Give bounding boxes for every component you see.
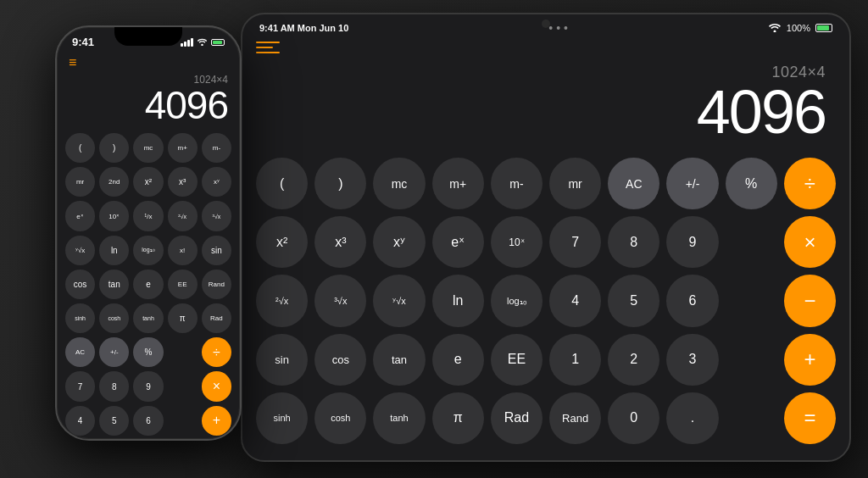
iphone-btn-tan-4-1[interactable]: tan — [99, 270, 129, 299]
ipad-btn-%-0-8[interactable]: % — [726, 158, 777, 209]
iphone-btn-2-9-1[interactable]: 2 — [99, 440, 129, 441]
ipad-btn-+-3-9[interactable]: + — [784, 334, 836, 386]
ipad-btn-log₁₀-2-4[interactable]: log₁₀ — [491, 275, 542, 326]
ipad-btn-4-2-5[interactable]: 4 — [549, 275, 601, 326]
iphone-btn-mc-0-2[interactable]: mc — [133, 133, 163, 163]
iphone-btn-eˣ-2-0[interactable]: eˣ — [65, 201, 95, 231]
iphone-btn-EE-4-3[interactable]: EE — [168, 270, 198, 299]
sidebar-toggle-icon[interactable] — [256, 42, 280, 58]
iphone-toolbar: ≡ — [57, 52, 240, 74]
iphone-btn-(-0-0[interactable]: ( — [65, 133, 95, 163]
ipad-btn-π-4-3[interactable]: π — [432, 392, 484, 444]
iphone-btn-AC-6-0[interactable]: AC — [65, 337, 95, 367]
ipad-btn-xʸ-1-2[interactable]: xʸ — [373, 216, 425, 268]
iphone-btn-ln-3-1[interactable]: ln — [99, 236, 129, 265]
ipad-btn-ln-2-3[interactable]: ln — [432, 275, 484, 326]
iphone-btn-10ˣ-2-1[interactable]: 10ˣ — [99, 201, 129, 231]
ipad-btn-7-1-5[interactable]: 7 — [549, 216, 601, 268]
ipad-btn-6-2-7[interactable]: 6 — [666, 275, 718, 326]
ipad-btn-m+-0-3[interactable]: m+ — [432, 158, 484, 209]
iphone-btn-ʸ√x-3-0[interactable]: ʸ√x — [65, 236, 95, 265]
ipad-btn-x³-1-1[interactable]: x³ — [314, 216, 366, 268]
iphone-btn-x²-1-2[interactable]: x² — [133, 167, 163, 197]
wifi-icon — [768, 22, 782, 34]
ipad-btn-=-4-9[interactable]: = — [784, 392, 836, 444]
iphone-btn-cosh-5-1[interactable]: cosh — [99, 303, 129, 333]
iphone-btn-²√x-2-3[interactable]: ²√x — [168, 201, 198, 231]
iphone-btn-8-7-1[interactable]: 8 — [99, 371, 129, 401]
ipad-btn-ʸ√x-2-2[interactable]: ʸ√x — [373, 275, 425, 326]
iphone-btn-×-7-4[interactable]: × — [202, 371, 231, 401]
iphone-btn-3-9-2[interactable]: 3 — [133, 440, 163, 441]
ipad-btn-eˣ-1-3[interactable]: eˣ — [432, 216, 484, 268]
iphone-btn-%-6-2[interactable]: % — [133, 337, 163, 367]
iphone-btn-³√x-2-4[interactable]: ³√x — [202, 201, 231, 231]
iphone-btn-sinh-5-0[interactable]: sinh — [65, 303, 95, 333]
iphone-btn-7-7-0[interactable]: 7 — [65, 371, 95, 401]
ipad-btn-x²-1-0[interactable]: x² — [256, 216, 308, 268]
iphone-btn-÷-6-4[interactable]: ÷ — [202, 337, 231, 367]
iphone-btn-π-5-3[interactable]: π — [168, 303, 198, 333]
iphone-btn-sin-3-4[interactable]: sin — [202, 236, 231, 265]
ipad-btn-÷-0-9[interactable]: ÷ — [784, 158, 836, 209]
iphone-btn-xʸ-1-4[interactable]: xʸ — [202, 167, 231, 197]
iphone-btn-+/--6-1[interactable]: +/- — [99, 337, 129, 367]
iphone-wifi-icon — [197, 37, 208, 47]
ipad-btn-×-1-9[interactable]: × — [784, 216, 836, 268]
iphone-btn-log₁₀-3-2[interactable]: log₁₀ — [133, 236, 163, 265]
ipad-btn-²√x-2-0[interactable]: ²√x — [256, 275, 308, 326]
ipad-btn-sinh-4-0[interactable]: sinh — [256, 392, 308, 444]
iphone-btn-+-8-4[interactable]: + — [202, 406, 231, 436]
iphone-btn-Rand-4-4[interactable]: Rand — [202, 270, 231, 299]
ipad-btn-sin-3-0[interactable]: sin — [256, 334, 308, 386]
iphone-btn-5-8-1[interactable]: 5 — [99, 406, 129, 436]
ipad-btn-5-2-6[interactable]: 5 — [608, 275, 659, 326]
ipad-btn-AC-0-6[interactable]: AC — [608, 158, 659, 209]
ipad-btn-e-3-3[interactable]: e — [432, 334, 484, 386]
iphone-btn-4-8-0[interactable]: 4 — [65, 406, 95, 436]
ipad-btn-mc-0-2[interactable]: mc — [373, 158, 425, 209]
ipad-btn-m--0-4[interactable]: m- — [491, 158, 542, 209]
ipad-btn-tanh-4-2[interactable]: tanh — [373, 392, 425, 444]
iphone-menu-icon[interactable]: ≡ — [69, 55, 76, 70]
ipad-btn-2-3-6[interactable]: 2 — [608, 334, 659, 386]
iphone-btn-6-8-2[interactable]: 6 — [133, 406, 163, 436]
ipad-btn-)-0-1[interactable]: ) — [314, 158, 366, 209]
iphone-result: 4096 — [69, 86, 228, 125]
iphone-btn-mr-1-0[interactable]: mr — [65, 167, 95, 197]
ipad-btn-EE-3-4[interactable]: EE — [491, 334, 542, 386]
iphone-btn-e-4-2[interactable]: e — [133, 270, 163, 299]
ipad-btn-3-3-7[interactable]: 3 — [666, 334, 718, 386]
iphone-btn-9-7-2[interactable]: 9 — [133, 371, 163, 401]
iphone-btn-¹/x-2-2[interactable]: ¹/x — [133, 201, 163, 231]
iphone-btn-Rad-5-4[interactable]: Rad — [202, 303, 231, 333]
ipad-toolbar — [242, 38, 849, 64]
ipad-btn-−-2-9[interactable]: − — [784, 275, 836, 326]
iphone-button-grid: ()mcm+m-mr2ndx²x³xʸeˣ10ˣ¹/x²√x³√xʸ√xlnlo… — [57, 130, 240, 441]
ipad-btn-(-0-0[interactable]: ( — [256, 158, 308, 209]
iphone-btn-)-0-1[interactable]: ) — [99, 133, 129, 163]
ipad-btn-+/--0-7[interactable]: +/- — [666, 158, 718, 209]
iphone-btn-m--0-4[interactable]: m- — [202, 133, 231, 163]
ipad-btn-tan-3-2[interactable]: tan — [373, 334, 425, 386]
iphone-btn-cos-4-0[interactable]: cos — [65, 270, 95, 299]
ipad-btn-cos-3-1[interactable]: cos — [314, 334, 366, 386]
ipad-btn-Rand-4-5[interactable]: Rand — [549, 392, 601, 444]
iphone-btn-x!-3-3[interactable]: x! — [168, 236, 198, 265]
ipad-btn-8-1-6[interactable]: 8 — [608, 216, 659, 268]
ipad-btn-Rad-4-4[interactable]: Rad — [491, 392, 542, 444]
iphone-btn-x³-1-3[interactable]: x³ — [168, 167, 198, 197]
iphone-btn-m+-0-3[interactable]: m+ — [168, 133, 198, 163]
ipad-btn-9-1-7[interactable]: 9 — [666, 216, 718, 268]
ipad-btn-mr-0-5[interactable]: mr — [549, 158, 601, 209]
ipad-btn-1-3-5[interactable]: 1 — [549, 334, 601, 386]
iphone-btn-2nd-1-1[interactable]: 2nd — [99, 167, 129, 197]
ipad-btn-0-4-6[interactable]: 0 — [608, 392, 659, 444]
ipad-btn-³√x-2-1[interactable]: ³√x — [314, 275, 366, 326]
ipad-btn-.-4-7[interactable]: . — [666, 392, 718, 444]
ipad-btn-10ˣ-1-4[interactable]: 10ˣ — [491, 216, 542, 268]
iphone-btn-−-9-4[interactable]: − — [202, 440, 231, 441]
ipad-btn-cosh-4-1[interactable]: cosh — [314, 392, 366, 444]
iphone-btn-1-9-0[interactable]: 1 — [65, 440, 95, 441]
iphone-btn-tanh-5-2[interactable]: tanh — [133, 303, 163, 333]
